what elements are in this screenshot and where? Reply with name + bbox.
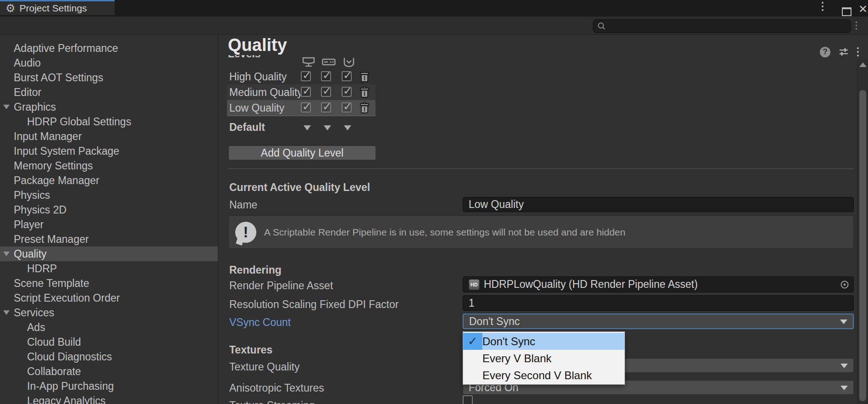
sidebar-item-adaptive-performance[interactable]: Adaptive Performance — [0, 41, 218, 56]
sidebar-item-hdrp-global-settings[interactable]: HDRP Global Settings — [0, 114, 218, 129]
levels-table-underline — [227, 116, 376, 116]
sidebar-item-player[interactable]: Player — [0, 217, 218, 232]
sidebar-item-legacy-analytics[interactable]: Legacy Analytics — [0, 393, 218, 404]
delete-level-trash-icon[interactable] — [359, 86, 370, 99]
sidebar-item-physics-2d[interactable]: Physics 2D — [0, 202, 218, 217]
sidebar-item-graphics[interactable]: Graphics — [0, 100, 218, 114]
sidebar-item-scene-template[interactable]: Scene Template — [0, 276, 218, 291]
delete-level-trash-icon[interactable] — [359, 101, 370, 114]
quality-level-row-low-quality[interactable]: Low Quality✓✓✓ — [227, 100, 376, 116]
toolbar-kebab-menu-icon[interactable] — [856, 22, 857, 29]
dropdown-arrow-icon — [840, 364, 848, 368]
sidebar-item-label: HDRP Global Settings — [27, 116, 131, 128]
search-box[interactable] — [593, 19, 851, 33]
sidebar-item-package-manager[interactable]: Package Manager — [0, 173, 218, 188]
texture-quality-label: Texture Quality — [229, 361, 299, 373]
presets-icon[interactable] — [838, 46, 849, 57]
name-label: Name — [229, 199, 257, 211]
sidebar-item-label: Graphics — [14, 101, 56, 113]
object-picker-icon[interactable] — [840, 280, 849, 289]
platform-enabled-checkbox[interactable]: ✓ — [342, 71, 352, 81]
help-icon[interactable]: ? — [820, 47, 830, 57]
platform-enabled-checkbox[interactable]: ✓ — [321, 102, 331, 112]
window-maximize-icon[interactable] — [842, 5, 851, 18]
checkmark-icon: ✓ — [322, 69, 332, 82]
sidebar-item-label: Audio — [14, 57, 41, 69]
sidebar-item-cloud-build[interactable]: Cloud Build — [0, 335, 218, 349]
default-row-label: Default — [229, 121, 265, 134]
sidebar-item-label: Preset Manager — [14, 233, 89, 245]
sidebar-item-memory-settings[interactable]: Memory Settings — [0, 158, 218, 173]
platform-enabled-checkbox[interactable]: ✓ — [301, 71, 311, 81]
sidebar-item-services[interactable]: Services — [0, 305, 218, 320]
settings-sidebar: Adaptive PerformanceAudioBurst AOT Setti… — [0, 35, 218, 404]
foldout-triangle-icon[interactable] — [3, 105, 10, 109]
sidebar-item-cloud-diagnostics[interactable]: Cloud Diagnostics — [0, 349, 218, 364]
quality-level-row-high-quality[interactable]: High Quality✓✓✓ — [227, 69, 376, 84]
sidebar-item-audio[interactable]: Audio — [0, 56, 218, 70]
platform-enabled-checkbox[interactable]: ✓ — [342, 87, 352, 97]
texture-streaming-checkbox[interactable] — [463, 395, 473, 404]
sidebar-item-script-execution-order[interactable]: Script Execution Order — [0, 291, 218, 305]
menu-item-every-second-v-blank[interactable]: Every Second V Blank — [463, 367, 625, 384]
window-close-icon[interactable]: ✕ — [858, 3, 868, 16]
vsync-count-dropdown[interactable]: Don't Sync — [463, 314, 854, 329]
sidebar-item-in-app-purchasing[interactable]: In-App Purchasing — [0, 379, 218, 393]
platform-enabled-checkbox[interactable]: ✓ — [321, 71, 331, 81]
checkmark-icon: ✓ — [302, 69, 311, 82]
checkmark-icon: ✓ — [302, 84, 311, 97]
menu-item-every-v-blank[interactable]: Every V Blank — [463, 350, 625, 367]
platform-enabled-checkbox[interactable]: ✓ — [321, 87, 331, 97]
panel-header: Quality — [219, 35, 868, 55]
panel-kebab-menu-icon[interactable] — [857, 47, 859, 56]
menu-check-gutter — [463, 350, 482, 367]
sidebar-item-label: Quality — [14, 248, 47, 260]
vsync-count-value: Don't Sync — [469, 315, 520, 328]
platform-enabled-checkbox[interactable]: ✓ — [301, 87, 311, 97]
sidebar-item-label: Scene Template — [14, 277, 89, 289]
sidebar-item-burst-aot-settings[interactable]: Burst AOT Settings — [0, 70, 218, 85]
add-quality-level-button[interactable]: Add Quality Level — [228, 146, 376, 160]
dpi-factor-label: Resolution Scaling Fixed DPI Factor — [229, 298, 398, 311]
sidebar-item-quality[interactable]: Quality — [0, 247, 218, 261]
default-desktop-dropdown-icon[interactable] — [304, 125, 311, 130]
search-input[interactable] — [606, 21, 837, 32]
checkmark-icon: ✓ — [322, 84, 332, 97]
default-console-dropdown-icon[interactable] — [344, 125, 351, 130]
platform-enabled-checkbox[interactable]: ✓ — [301, 102, 311, 112]
gear-icon: ⚙ — [6, 3, 16, 14]
sidebar-item-label: Script Execution Order — [14, 292, 120, 304]
rendering-header: Rendering — [229, 264, 282, 276]
sidebar-item-physics[interactable]: Physics — [0, 188, 218, 202]
menu-item-don-t-sync[interactable]: ✓Don't Sync — [463, 333, 625, 350]
section-separator — [228, 168, 854, 169]
dpi-factor-value: 1 — [469, 297, 475, 309]
sidebar-item-input-manager[interactable]: Input Manager — [0, 129, 218, 144]
sidebar-item-editor[interactable]: Editor — [0, 85, 218, 100]
name-field[interactable]: Low Quality — [463, 197, 854, 212]
current-active-header: Current Active Quality Level — [229, 181, 370, 194]
window-kebab-menu-icon[interactable] — [822, 2, 824, 15]
checkmark-icon: ✓ — [343, 69, 352, 82]
sidebar-item-label: Physics — [14, 189, 50, 201]
default-server-dropdown-icon[interactable] — [324, 125, 331, 130]
render-pipeline-asset-field[interactable]: HD HDRPLowQuality (HD Render Pipeline As… — [463, 276, 854, 292]
sidebar-item-collaborate[interactable]: Collaborate — [0, 364, 218, 379]
sidebar-item-ads[interactable]: Ads — [0, 320, 218, 335]
sidebar-item-label: Legacy Analytics — [27, 395, 105, 404]
menu-item-label: Every Second V Blank — [482, 369, 592, 382]
foldout-triangle-icon[interactable] — [3, 310, 10, 315]
sidebar-item-input-system-package[interactable]: Input System Package — [0, 144, 218, 158]
quality-level-name: Low Quality — [229, 102, 300, 114]
platform-enabled-checkbox[interactable]: ✓ — [342, 102, 352, 112]
foldout-triangle-icon[interactable] — [3, 252, 10, 256]
sidebar-item-hdrp[interactable]: HDRP — [0, 261, 218, 276]
dpi-factor-field[interactable]: 1 — [463, 295, 854, 311]
sidebar-item-preset-manager[interactable]: Preset Manager — [0, 232, 218, 247]
tab-project-settings[interactable]: ⚙ Project Settings — [0, 0, 115, 15]
sidebar-item-label: Editor — [14, 86, 41, 98]
quality-level-row-medium-quality[interactable]: Medium Quality✓✓✓ — [227, 84, 376, 100]
sidebar-item-label: Input System Package — [14, 145, 119, 157]
delete-level-trash-icon[interactable] — [359, 70, 370, 83]
dropdown-arrow-icon — [840, 386, 848, 390]
